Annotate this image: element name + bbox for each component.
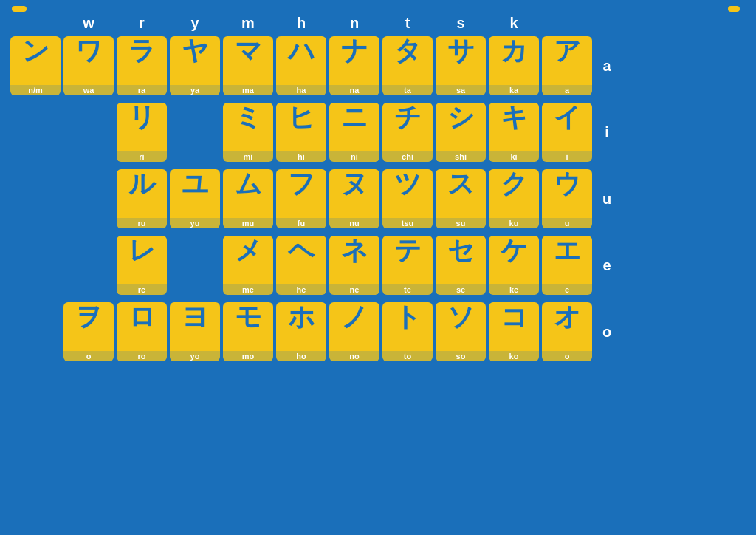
kana-character: ミ [235,103,262,132]
kana-romaji: su [436,218,486,228]
kana-character: ツ [394,169,422,199]
kana-romaji: yu [170,218,220,228]
kana-character: ワ [75,36,103,66]
website-badge [12,6,27,12]
kana-cell: ソso [436,302,486,361]
kana-row: リriミmiヒhiニniチchiシshiキkiイii [9,101,747,163]
row-label: i [594,124,620,141]
kana-romaji: wa [63,85,114,95]
kana-character: ソ [447,302,475,332]
column-header: n [328,15,381,32]
column-header: m [221,15,275,32]
kana-character: ム [235,169,262,199]
kana-cell: キki [489,103,539,162]
kana-cell: アa [542,36,592,95]
kana-character: ヤ [182,36,209,66]
kana-character: ヘ [288,236,315,265]
kana-character: タ [394,36,422,66]
kana-romaji: re [117,284,167,295]
column-header [540,15,594,32]
kana-romaji: ta [382,85,433,95]
kana-cell: ヤya [170,36,220,95]
kana-cell: ヘhe [276,236,326,295]
kana-romaji: sa [436,85,486,95]
kana-romaji: ma [223,85,273,95]
kana-character: オ [554,302,581,332]
kana-cell: ナna [329,36,379,95]
kana-cell [10,236,61,295]
kana-cell: テte [382,236,433,295]
kana-romaji: na [329,85,379,95]
kana-cell: モmo [223,302,273,361]
kana-cell: ラra [117,36,167,95]
kana-character: ノ [341,302,368,332]
kana-character: ヲ [75,302,103,332]
chart-container: wrymhntsk ンn/mワwaラraヤyaマmaハhaナnaタtaサsaカk… [0,15,756,373]
kana-cell [10,302,61,361]
kana-cell [10,169,61,228]
kana-cell [170,236,220,295]
row-label: u [594,191,620,208]
kana-romaji: ha [276,85,326,95]
kana-romaji: o [542,351,592,361]
kana-cell: ロro [117,302,167,361]
kana-character: カ [501,36,528,66]
header [0,0,756,15]
kana-cell: リri [117,103,167,162]
kana-cell [10,103,61,162]
kana-romaji: mi [223,151,273,162]
kana-cell: トto [382,302,433,361]
kana-romaji: ro [117,351,167,361]
kana-romaji: me [223,284,273,295]
logo-area [728,6,744,12]
kana-cell: ユyu [170,169,220,228]
kana-romaji: ki [489,151,539,162]
kana-cell: マma [223,36,273,95]
kana-character: ヒ [288,103,315,132]
kana-character: ネ [341,236,368,265]
kana-character: テ [394,236,422,265]
kana-character: ヨ [182,302,209,332]
column-header: r [115,15,168,32]
kana-cell: タta [382,36,433,95]
kana-romaji: e [542,284,592,295]
kana-cell: ムmu [223,169,273,228]
kana-character: ト [394,302,422,332]
kana-cell: ホho [276,302,326,361]
kana-row: レreメmeヘheネneテteセseケkeエee [9,234,747,296]
kana-romaji: mo [223,351,273,361]
kana-cell: セse [436,236,486,295]
column-header: k [487,15,540,32]
kana-character: ラ [128,36,156,66]
row-label: e [594,257,620,274]
kana-cell: ンn/m [10,36,61,95]
column-header: y [168,15,221,32]
kana-cell: ヌnu [329,169,379,228]
kana-romaji: ko [489,351,539,361]
kana-row: ルruユyuムmuフfuヌnuツtsuスsuクkuウuu [9,168,747,230]
kana-character: ス [447,169,475,199]
kana-cell: フfu [276,169,326,228]
kana-character: ク [501,169,528,199]
column-header: s [434,15,487,32]
kana-cell: レre [117,236,167,295]
kana-character: ケ [501,236,528,265]
column-header [594,15,620,32]
kana-cell: ヒhi [276,103,326,162]
kana-cell: ヨyo [170,302,220,361]
kana-cell [63,236,114,295]
kana-romaji: to [382,351,433,361]
kana-cell: サsa [436,36,486,95]
kana-romaji: n/m [10,85,61,95]
column-header: h [275,15,328,32]
kana-romaji: ri [117,151,167,162]
column-headers: wrymhntsk [9,15,747,32]
kana-character: フ [288,169,315,199]
kana-cell: ニni [329,103,379,162]
kana-cell: ヲo [63,302,114,361]
kana-cell: ワwa [63,36,114,95]
kana-romaji: ke [489,284,539,295]
kana-romaji: te [382,284,433,295]
kana-romaji: tsu [382,218,433,228]
kana-romaji: ka [489,85,539,95]
